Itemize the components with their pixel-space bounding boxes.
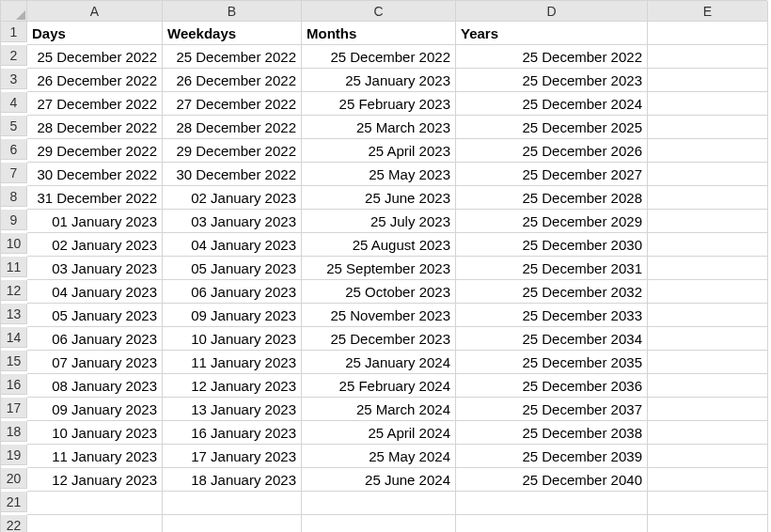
row-header-16[interactable]: 16: [1, 374, 27, 395]
cell-E19[interactable]: [648, 445, 768, 468]
cell-E15[interactable]: [648, 351, 768, 374]
cell-C21[interactable]: [302, 492, 456, 515]
row-header-4[interactable]: 4: [1, 92, 27, 113]
cell-B7[interactable]: 30 December 2022: [163, 163, 302, 186]
cell-A5[interactable]: 28 December 2022: [27, 116, 163, 139]
row-header-8[interactable]: 8: [1, 186, 27, 207]
cell-D9[interactable]: 25 December 2029: [456, 210, 648, 233]
cell-D19[interactable]: 25 December 2039: [456, 445, 648, 468]
row-header-14[interactable]: 14: [1, 327, 27, 348]
cell-E17[interactable]: [648, 398, 768, 421]
cell-C3[interactable]: 25 January 2023: [302, 69, 456, 92]
cell-D16[interactable]: 25 December 2036: [456, 374, 648, 398]
row-header-9[interactable]: 9: [1, 210, 27, 230]
cell-E21[interactable]: [648, 492, 768, 515]
cell-D8[interactable]: 25 December 2028: [456, 186, 648, 210]
cell-A4[interactable]: 27 December 2022: [27, 92, 163, 116]
cell-E1[interactable]: [648, 22, 768, 45]
cell-D5[interactable]: 25 December 2025: [456, 116, 648, 139]
cell-A19[interactable]: 11 January 2023: [27, 445, 163, 468]
cell-D4[interactable]: 25 December 2024: [456, 92, 648, 116]
cell-E14[interactable]: [648, 327, 768, 351]
column-header-C[interactable]: C: [302, 1, 456, 22]
cell-B11[interactable]: 05 January 2023: [163, 257, 302, 280]
cell-D2[interactable]: 25 December 2022: [456, 45, 648, 69]
cell-E16[interactable]: [648, 374, 768, 398]
row-header-17[interactable]: 17: [1, 398, 27, 418]
cell-C16[interactable]: 25 February 2024: [302, 374, 456, 398]
row-header-1[interactable]: 1: [1, 22, 27, 42]
cell-A8[interactable]: 31 December 2022: [27, 186, 163, 210]
cell-B12[interactable]: 06 January 2023: [163, 280, 302, 304]
cell-A16[interactable]: 08 January 2023: [27, 374, 163, 398]
cell-E9[interactable]: [648, 210, 768, 233]
column-header-E[interactable]: E: [648, 1, 768, 22]
cell-C2[interactable]: 25 December 2022: [302, 45, 456, 69]
cell-D14[interactable]: 25 December 2034: [456, 327, 648, 351]
cell-B1[interactable]: Weekdays: [163, 22, 302, 45]
cell-C5[interactable]: 25 March 2023: [302, 116, 456, 139]
cell-C8[interactable]: 25 June 2023: [302, 186, 456, 210]
cell-E22[interactable]: [648, 515, 768, 532]
cell-D17[interactable]: 25 December 2037: [456, 398, 648, 421]
cell-E2[interactable]: [648, 45, 768, 69]
cell-C1[interactable]: Months: [302, 22, 456, 45]
cell-E12[interactable]: [648, 280, 768, 304]
row-header-13[interactable]: 13: [1, 304, 27, 324]
cell-C20[interactable]: 25 June 2024: [302, 468, 456, 492]
cell-C12[interactable]: 25 October 2023: [302, 280, 456, 304]
cell-E4[interactable]: [648, 92, 768, 116]
row-header-18[interactable]: 18: [1, 421, 27, 442]
cell-B21[interactable]: [163, 492, 302, 515]
cell-B4[interactable]: 27 December 2022: [163, 92, 302, 116]
cell-B6[interactable]: 29 December 2022: [163, 139, 302, 163]
cell-B3[interactable]: 26 December 2022: [163, 69, 302, 92]
cell-B16[interactable]: 12 January 2023: [163, 374, 302, 398]
cell-C15[interactable]: 25 January 2024: [302, 351, 456, 374]
cell-A17[interactable]: 09 January 2023: [27, 398, 163, 421]
cell-E8[interactable]: [648, 186, 768, 210]
row-header-15[interactable]: 15: [1, 351, 27, 371]
cell-A9[interactable]: 01 January 2023: [27, 210, 163, 233]
row-header-6[interactable]: 6: [1, 139, 27, 160]
cell-B19[interactable]: 17 January 2023: [163, 445, 302, 468]
cell-C6[interactable]: 25 April 2023: [302, 139, 456, 163]
column-header-A[interactable]: A: [27, 1, 163, 22]
cell-C14[interactable]: 25 December 2023: [302, 327, 456, 351]
cell-E13[interactable]: [648, 304, 768, 327]
row-header-19[interactable]: 19: [1, 445, 27, 465]
cell-A21[interactable]: [27, 492, 163, 515]
cell-E5[interactable]: [648, 116, 768, 139]
cell-E18[interactable]: [648, 421, 768, 445]
cell-B5[interactable]: 28 December 2022: [163, 116, 302, 139]
row-header-7[interactable]: 7: [1, 163, 27, 183]
cell-A14[interactable]: 06 January 2023: [27, 327, 163, 351]
cell-A15[interactable]: 07 January 2023: [27, 351, 163, 374]
cell-E7[interactable]: [648, 163, 768, 186]
cell-B20[interactable]: 18 January 2023: [163, 468, 302, 492]
cell-C4[interactable]: 25 February 2023: [302, 92, 456, 116]
cell-E10[interactable]: [648, 233, 768, 257]
cell-A7[interactable]: 30 December 2022: [27, 163, 163, 186]
cell-C22[interactable]: [302, 515, 456, 532]
cell-B8[interactable]: 02 January 2023: [163, 186, 302, 210]
row-header-11[interactable]: 11: [1, 257, 27, 277]
cell-C9[interactable]: 25 July 2023: [302, 210, 456, 233]
cell-C13[interactable]: 25 November 2023: [302, 304, 456, 327]
cell-B18[interactable]: 16 January 2023: [163, 421, 302, 445]
row-header-20[interactable]: 20: [1, 468, 27, 489]
row-header-22[interactable]: 22: [1, 515, 27, 532]
cell-A3[interactable]: 26 December 2022: [27, 69, 163, 92]
row-header-10[interactable]: 10: [1, 233, 27, 254]
cell-B13[interactable]: 09 January 2023: [163, 304, 302, 327]
cell-D10[interactable]: 25 December 2030: [456, 233, 648, 257]
column-header-D[interactable]: D: [456, 1, 648, 22]
cell-A18[interactable]: 10 January 2023: [27, 421, 163, 445]
cell-C18[interactable]: 25 April 2024: [302, 421, 456, 445]
cell-B14[interactable]: 10 January 2023: [163, 327, 302, 351]
cell-A22[interactable]: [27, 515, 163, 532]
cell-A6[interactable]: 29 December 2022: [27, 139, 163, 163]
cell-D15[interactable]: 25 December 2035: [456, 351, 648, 374]
cell-A10[interactable]: 02 January 2023: [27, 233, 163, 257]
cell-C19[interactable]: 25 May 2024: [302, 445, 456, 468]
